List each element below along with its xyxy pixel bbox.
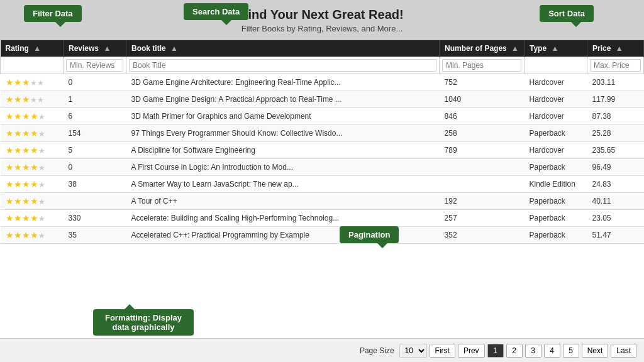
cell-title: 3D Game Engine Design: A Practical Appro…: [126, 91, 440, 108]
col-header-price[interactable]: Price ▲: [587, 40, 644, 57]
col-header-type[interactable]: Type ▲: [525, 40, 587, 57]
filter-reviews-input[interactable]: [66, 59, 123, 72]
cell-reviews: 38: [64, 176, 126, 193]
filter-reviews-cell: [64, 57, 126, 74]
cell-reviews: [64, 193, 126, 210]
cell-price: 40.11: [587, 193, 644, 210]
cell-type: Hardcover: [525, 108, 587, 125]
cell-rating: ★★★★★: [1, 210, 64, 227]
table-row: ★★★★★ 6 3D Math Primer for Graphics and …: [1, 108, 644, 125]
page-1-button[interactable]: 1: [487, 344, 504, 358]
table-row: ★★★★★ 330 Accelerate: Building and Scali…: [1, 210, 644, 227]
prev-page-button[interactable]: Prev: [458, 344, 485, 358]
filter-rating-cell: [1, 57, 64, 74]
table-row: ★★★★★ 0 3D Game Engine Architecture: Eng…: [1, 74, 644, 91]
cell-pages: [440, 159, 525, 176]
cell-rating: ★★★★★: [1, 125, 64, 142]
cell-rating: ★★★★★: [1, 227, 64, 244]
first-page-button[interactable]: First: [430, 344, 455, 358]
cell-reviews: 1: [64, 91, 126, 108]
formatting-callout: Formatting: Display data graphically: [93, 309, 194, 336]
pagination-callout: Pagination: [340, 226, 399, 243]
cell-pages: [440, 176, 525, 193]
table-row: ★★★★★ 38 A Smarter Way to Learn JavaScri…: [1, 176, 644, 193]
cell-reviews: 154: [64, 125, 126, 142]
filter-pages-input[interactable]: [442, 59, 521, 72]
filter-type-cell: [525, 57, 587, 74]
cell-title: A Smarter Way to Learn JavaScript: The n…: [126, 176, 440, 193]
sort-arrow-type: ▲: [551, 44, 558, 53]
table-row: ★★★★★ 35 Accelerated C++: Practical Prog…: [1, 227, 644, 244]
col-header-reviews[interactable]: Reviews ▲: [64, 40, 126, 57]
filter-title-cell: [126, 57, 440, 74]
cell-price: 51.47: [587, 227, 644, 244]
cell-price: 23.05: [587, 210, 644, 227]
cell-reviews: 6: [64, 108, 126, 125]
cell-reviews: 0: [64, 159, 126, 176]
cell-reviews: 330: [64, 210, 126, 227]
cell-type: Paperback: [525, 210, 587, 227]
last-page-button[interactable]: Last: [611, 344, 636, 358]
cell-title: Accelerate: Building and Scaling High-Pe…: [126, 210, 440, 227]
cell-pages: 258: [440, 125, 525, 142]
sort-arrow-title: ▲: [170, 44, 178, 53]
table-row: ★★★★★ 5 A Discipline for Software Engine…: [1, 142, 644, 159]
sort-arrow-price: ▲: [616, 44, 623, 53]
cell-type: Hardcover: [525, 142, 587, 159]
col-header-rating[interactable]: Rating ▲: [1, 40, 64, 57]
cell-title: 3D Math Primer for Graphics and Game Dev…: [126, 108, 440, 125]
table-row: ★★★★★ A Tour of C++ 192 Paperback 40.11: [1, 193, 644, 210]
sort-arrow-rating: ▲: [33, 44, 41, 53]
filter-pages-cell: [440, 57, 525, 74]
sort-data-label: Sort Data: [548, 9, 585, 18]
cell-price: 96.49: [587, 159, 644, 176]
cell-type: Hardcover: [525, 91, 587, 108]
col-header-title[interactable]: Book title ▲: [126, 40, 440, 57]
table-row: ★★★★★ 1 3D Game Engine Design: A Practic…: [1, 91, 644, 108]
page-5-button[interactable]: 5: [563, 344, 579, 358]
cell-pages: 1040: [440, 91, 525, 108]
cell-title: A Discipline for Software Engineering: [126, 142, 440, 159]
cell-pages: 352: [440, 227, 525, 244]
cell-type: Paperback: [525, 125, 587, 142]
filter-data-callout: Filter Data: [24, 5, 82, 22]
cell-price: 203.11: [587, 74, 644, 91]
table-row: ★★★★★ 154 97 Things Every Programmer Sho…: [1, 125, 644, 142]
cell-rating: ★★★★★: [1, 91, 64, 108]
page-2-button[interactable]: 2: [506, 344, 523, 358]
cell-price: 87.38: [587, 108, 644, 125]
search-data-label: Search Data: [192, 7, 240, 16]
page-subtitle: Filter Books by Rating, Reviews, and Mor…: [0, 24, 644, 33]
next-page-button[interactable]: Next: [582, 344, 609, 358]
cell-reviews: 5: [64, 142, 126, 159]
cell-reviews: 0: [64, 74, 126, 91]
page-3-button[interactable]: 3: [525, 344, 541, 358]
col-header-pages[interactable]: Number of Pages ▲: [440, 40, 525, 57]
cell-rating: ★★★★★: [1, 159, 64, 176]
pagination-footer: Page Size 102050 First Prev 1 2 3 4 5 Ne…: [0, 338, 644, 362]
page-4-button[interactable]: 4: [544, 344, 560, 358]
cell-price: 117.99: [587, 91, 644, 108]
pagination-label: Pagination: [348, 230, 390, 239]
cell-reviews: 35: [64, 227, 126, 244]
filter-title-input[interactable]: [129, 59, 436, 72]
cell-title: A First Course in Logic: An Introduction…: [126, 159, 440, 176]
filter-price-input[interactable]: [590, 59, 641, 72]
cell-type: Hardcover: [525, 74, 587, 91]
cell-type: Paperback: [525, 159, 587, 176]
cell-rating: ★★★★★: [1, 193, 64, 210]
filter-row: [1, 57, 644, 74]
cell-pages: 257: [440, 210, 525, 227]
cell-title: 97 Things Every Programmer Should Know: …: [126, 125, 440, 142]
cell-rating: ★★★★★: [1, 108, 64, 125]
cell-title: A Tour of C++: [126, 193, 440, 210]
sort-data-callout: Sort Data: [540, 5, 594, 22]
filter-price-cell: [587, 57, 644, 74]
cell-rating: ★★★★★: [1, 142, 64, 159]
sort-arrow-reviews: ▲: [103, 44, 111, 53]
sort-arrow-pages: ▲: [511, 44, 519, 53]
cell-rating: ★★★★★: [1, 74, 64, 91]
page-size-select[interactable]: 102050: [399, 344, 427, 358]
filter-data-label: Filter Data: [33, 9, 73, 18]
cell-pages: 789: [440, 142, 525, 159]
